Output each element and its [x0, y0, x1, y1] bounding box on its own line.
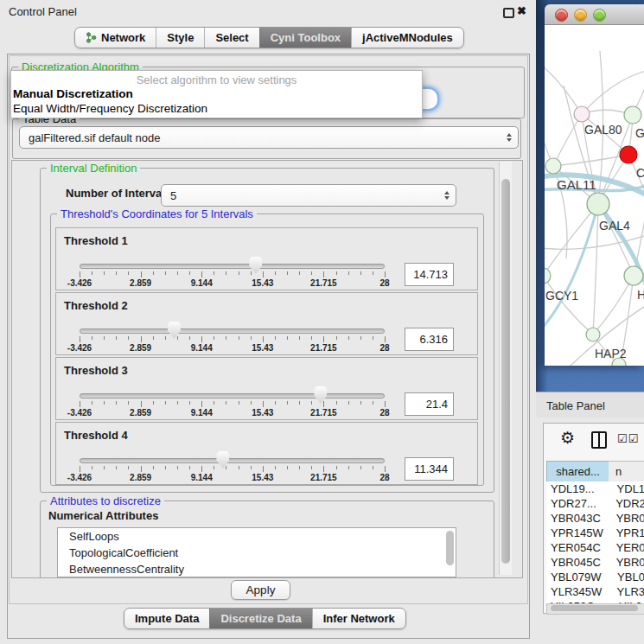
network-node-label: GCY1 [545, 289, 578, 303]
table-row[interactable]: YBR043CYBR0 [546, 511, 644, 526]
table-row[interactable]: YDL19...YDL1 [546, 481, 644, 496]
tab-style[interactable]: Style [156, 28, 204, 48]
threshold-panel-3: Threshold 321.4-3.4262.8599.14415.4321.7… [55, 357, 478, 420]
node-table-rows: YDL19...YDL1YDR27...YDR2YBR043CYBR0YPR14… [546, 481, 644, 603]
number-of-intervals-combobox[interactable]: 5 [161, 184, 456, 207]
close-icon[interactable]: ✖ [517, 4, 526, 17]
tick-label: 15.43 [252, 343, 273, 353]
slider-ticks [80, 271, 385, 278]
tab-infer-network[interactable]: Infer Network [312, 609, 405, 628]
attribute-list-item[interactable]: TopologicalCoefficient [58, 545, 456, 561]
network-node-label: GAL4 [599, 219, 630, 233]
cell-shared-name: YBL079W [546, 570, 610, 584]
slider-track[interactable] [80, 458, 385, 463]
tick-label: 21.715 [310, 343, 337, 353]
control-panel-tabs: Network Style Select Cyni Toolbox jActiv… [74, 27, 464, 48]
threshold-slider: -3.4262.8599.14415.4321.71528 [80, 451, 385, 484]
tick-label: 15.43 [252, 473, 273, 482]
network-graph: GAL80GACGAL11GAL4GCY1HHAP2 [545, 25, 644, 366]
table-horizontal-scrollbar[interactable] [546, 603, 644, 615]
node-H[interactable] [624, 266, 643, 285]
tab-cyni-toolbox[interactable]: Cyni Toolbox [259, 28, 351, 48]
table-panel-title: Table Panel [536, 399, 605, 412]
threshold-panel-2: Threshold 26.316-3.4262.8599.14415.4321.… [55, 292, 478, 355]
network-window-titlebar[interactable] [545, 4, 644, 25]
algorithm-dropdown-popup: Select algorithm to view settings Manual… [10, 70, 423, 118]
threshold-value-field[interactable]: 21.4 [405, 392, 454, 416]
node-GCY1[interactable] [545, 268, 551, 284]
column-header-name[interactable]: n [609, 461, 644, 482]
apply-button[interactable]: Apply [231, 580, 290, 600]
threshold-value-field[interactable]: 6.316 [405, 328, 454, 351]
network-canvas[interactable]: GAL80GACGAL11GAL4GCY1HHAP2 [545, 25, 644, 366]
network-icon [86, 32, 97, 43]
cell-name: YBR0 [609, 511, 644, 526]
attribute-list-item[interactable]: SelfLoops [58, 528, 456, 545]
slider-track[interactable] [80, 264, 385, 269]
column-layout-icon[interactable] [591, 431, 607, 449]
threshold-slider: -3.4262.8599.14415.4321.71528 [80, 322, 385, 354]
threshold-panel-1: Threshold 114.713-3.4262.8599.14415.4321… [55, 227, 478, 290]
table-row[interactable]: YBL079WYBL0 [546, 570, 644, 584]
table-data-combobox[interactable]: galFiltered.sif default node [19, 126, 519, 149]
tick-label: 28 [379, 278, 389, 288]
tab-discretize-data[interactable]: Discretize Data [209, 609, 311, 628]
vertical-scrollbar[interactable] [499, 162, 512, 575]
threshold-slider: -3.4262.8599.14415.4321.71528 [80, 257, 385, 290]
node-HAP2[interactable] [586, 328, 600, 341]
table-row[interactable]: YLR345WYLR3 [546, 584, 644, 599]
threshold-value-field[interactable]: 14.713 [405, 263, 454, 286]
network-node-label: GA [635, 126, 644, 140]
node-unlabeled-top[interactable] [624, 106, 641, 124]
tick-label: 21.715 [310, 473, 337, 482]
popup-item-manual-discretization[interactable]: Manual Discretization [13, 87, 133, 100]
cell-name: YDL1 [610, 481, 644, 496]
tab-select[interactable]: Select [204, 28, 258, 48]
node-GAL11[interactable] [545, 158, 561, 174]
threshold-slider: -3.4262.8599.14415.4321.71528 [80, 386, 385, 419]
tick-label: -3.426 [67, 278, 92, 288]
list-scrollbar-thumb[interactable] [446, 531, 454, 565]
network-node-label: GAL11 [557, 177, 596, 192]
tick-label: 15.43 [252, 408, 273, 418]
cell-shared-name: YER054C [546, 540, 609, 555]
minimize-traffic-light-icon[interactable] [574, 9, 587, 22]
cell-shared-name: YBR045C [546, 555, 609, 570]
vertical-scrollbar-thumb[interactable] [501, 179, 510, 564]
number-of-intervals-label: Number of Intervals [66, 187, 171, 200]
table-row[interactable]: YER054CYER0 [546, 540, 644, 555]
tick-label: 28 [379, 343, 389, 353]
threshold-value-field[interactable]: 11.344 [405, 457, 454, 481]
slider-track[interactable] [80, 328, 385, 334]
tab-impute-data[interactable]: Impute Data [124, 609, 209, 628]
network-edge-thick [545, 204, 598, 331]
node-GAL80[interactable] [574, 106, 590, 122]
tab-network[interactable]: Network [75, 28, 156, 48]
table-row[interactable]: YBR045CYBR0 [546, 555, 644, 570]
float-window-icon[interactable] [503, 8, 514, 18]
tick-label: 28 [379, 473, 389, 482]
zoom-traffic-light-icon[interactable] [593, 9, 606, 22]
slider-ticks [80, 336, 385, 343]
close-traffic-light-icon[interactable] [555, 9, 568, 22]
node-red-selected[interactable] [620, 146, 637, 163]
select-columns-icon[interactable]: ☑☑ [617, 432, 639, 445]
tick-label: 21.715 [310, 278, 337, 288]
cell-shared-name: YDR27... [546, 496, 609, 511]
table-horizontal-scrollbar-thumb[interactable] [551, 605, 638, 611]
node-GAL4[interactable] [587, 193, 609, 215]
table-row[interactable]: YPR145WYPR1 [546, 526, 644, 540]
column-header-shared[interactable]: shared... [546, 461, 609, 482]
thresholds-group-title: Threshold's Coordinates for 5 Intervals [57, 207, 257, 220]
network-edge [545, 204, 598, 276]
tab-jactivemnodules[interactable]: jActiveMNodules [351, 28, 463, 48]
attribute-list-item[interactable]: BetweennessCentrality [58, 561, 456, 577]
tab-network-label: Network [101, 31, 145, 44]
slider-track[interactable] [80, 393, 385, 399]
gear-icon[interactable]: ⚙ [560, 430, 575, 446]
numerical-attributes-list[interactable]: SelfLoopsTopologicalCoefficientBetweenne… [57, 527, 456, 577]
network-edge [593, 276, 634, 335]
tick-label: 2.859 [130, 278, 151, 288]
table-row[interactable]: YDR27...YDR2 [546, 496, 644, 511]
popup-item-equal-width-frequency[interactable]: Equal Width/Frequency Discretization [13, 102, 207, 115]
